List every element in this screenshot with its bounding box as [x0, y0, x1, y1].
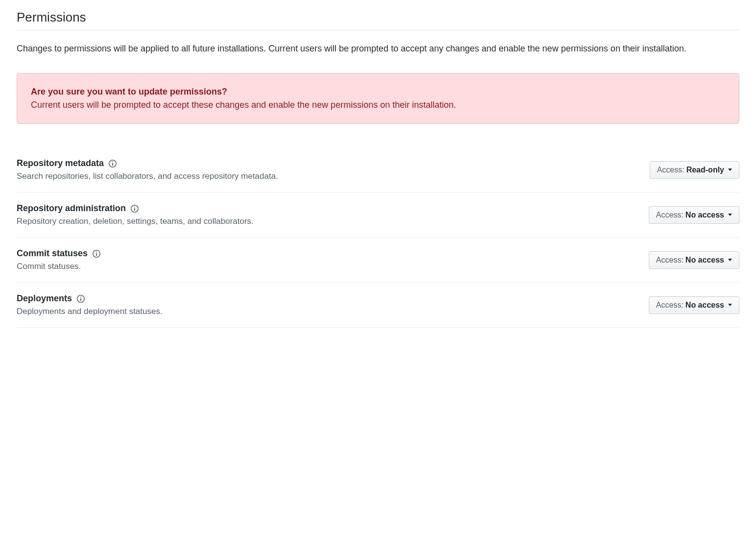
access-value: No access — [685, 211, 724, 219]
info-icon[interactable] — [93, 250, 100, 258]
warning-alert: Are you sure you want to update permissi… — [17, 73, 739, 124]
permission-title-row: Commit statuses — [17, 248, 649, 259]
permission-description: Search repositories, list collaborators,… — [17, 171, 650, 181]
permission-description: Deployments and deployment statuses. — [17, 307, 649, 316]
permission-title-row: Repository administration — [17, 203, 649, 214]
chevron-down-icon — [728, 169, 732, 171]
access-dropdown-repository-administration[interactable]: Access: No access — [649, 206, 739, 224]
permission-info: Deployments Deployments and deployment s… — [17, 293, 649, 316]
permissions-description: Changes to permissions will be applied t… — [17, 42, 739, 55]
permission-title: Repository metadata — [17, 158, 104, 169]
permission-title-row: Repository metadata — [17, 158, 650, 169]
permission-info: Commit statuses Commit statuses. — [17, 248, 649, 271]
permission-row-repository-metadata: Repository metadata Search repositories,… — [17, 147, 739, 193]
chevron-down-icon — [728, 304, 732, 306]
info-icon[interactable] — [77, 295, 85, 303]
permission-info: Repository administration Repository cre… — [17, 203, 649, 226]
permission-title: Commit statuses — [17, 248, 88, 259]
permission-title: Repository administration — [17, 203, 126, 214]
permission-title: Deployments — [17, 293, 72, 304]
access-label: Access: — [657, 166, 685, 174]
chevron-down-icon — [728, 259, 732, 261]
permission-row-deployments: Deployments Deployments and deployment s… — [17, 283, 739, 328]
access-label: Access: — [656, 211, 684, 219]
permission-title-row: Deployments — [17, 293, 649, 304]
permission-description: Commit statuses. — [17, 262, 649, 271]
access-value: No access — [685, 301, 724, 310]
alert-body: Current users will be prompted to accept… — [31, 98, 725, 112]
permission-row-repository-administration: Repository administration Repository cre… — [17, 193, 739, 238]
chevron-down-icon — [728, 214, 732, 216]
permission-description: Repository creation, deletion, settings,… — [17, 217, 649, 226]
access-dropdown-deployments[interactable]: Access: No access — [649, 296, 739, 314]
access-dropdown-commit-statuses[interactable]: Access: No access — [649, 251, 739, 269]
permission-info: Repository metadata Search repositories,… — [17, 158, 650, 181]
permission-row-commit-statuses: Commit statuses Commit statuses. Access:… — [17, 238, 739, 283]
section-title: Permissions — [17, 10, 739, 30]
info-icon[interactable] — [131, 205, 139, 213]
access-value: No access — [685, 256, 724, 265]
access-dropdown-repository-metadata[interactable]: Access: Read-only — [650, 161, 739, 179]
access-value: Read-only — [686, 166, 724, 174]
access-label: Access: — [656, 256, 684, 265]
alert-title: Are you sure you want to update permissi… — [31, 85, 725, 98]
info-icon[interactable] — [109, 160, 117, 168]
access-label: Access: — [656, 301, 684, 310]
